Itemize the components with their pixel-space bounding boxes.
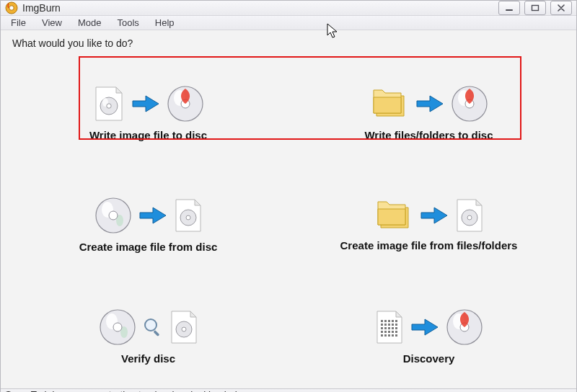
disc-icon — [94, 196, 133, 235]
svg-rect-45 — [384, 331, 387, 333]
option-discovery[interactable]: Discovery — [303, 284, 555, 388]
svg-rect-34 — [381, 324, 383, 326]
app-icon — [5, 1, 18, 14]
svg-rect-46 — [388, 331, 390, 333]
option-create-image-from-files[interactable]: Create image file from files/folders — [303, 172, 555, 277]
option-label: Create image file from files/folders — [340, 239, 518, 251]
option-label: Verify disc — [121, 352, 175, 365]
window: ImgBurn File View Mode Tools Help What w… — [0, 0, 577, 392]
option-label: Write files/folders to disc — [364, 129, 493, 141]
window-title: ImgBurn — [22, 2, 498, 14]
icon-row — [98, 308, 199, 347]
svg-point-6 — [106, 104, 110, 108]
svg-rect-31 — [388, 320, 390, 322]
svg-rect-47 — [392, 331, 394, 333]
window-controls — [498, 1, 572, 15]
svg-rect-3 — [532, 6, 539, 11]
close-button[interactable] — [550, 1, 572, 15]
arrow-right-icon — [138, 204, 167, 227]
menu-tools[interactable]: Tools — [110, 16, 146, 30]
icon-row — [94, 196, 203, 235]
disc-burn-icon — [450, 84, 489, 123]
prompt-label: What would you like to do? — [12, 37, 566, 49]
magnifier-icon — [143, 317, 163, 337]
svg-rect-41 — [388, 327, 390, 329]
option-label: Write image file to disc — [89, 129, 207, 141]
client-area: What would you like to do? — [1, 30, 576, 388]
arrow-right-icon — [131, 92, 160, 115]
arrow-right-icon — [420, 204, 449, 227]
svg-rect-37 — [392, 324, 394, 326]
option-verify-disc[interactable]: Verify disc — [22, 284, 274, 388]
option-label: Create image file from disc — [79, 241, 218, 253]
arrow-right-icon — [415, 92, 444, 115]
svg-rect-26 — [153, 330, 159, 337]
options-grid: Write image file to disc — [11, 61, 566, 388]
folders-icon — [369, 86, 410, 122]
image-file-icon — [454, 198, 485, 233]
svg-rect-52 — [392, 334, 394, 337]
statusbar-text: Sorry Ted. I was concentrating too hard … — [5, 389, 244, 392]
icon-row — [92, 84, 205, 123]
icon-row — [374, 197, 485, 233]
disc-icon — [98, 308, 137, 347]
svg-rect-29 — [381, 320, 383, 322]
svg-point-24 — [113, 323, 122, 331]
svg-rect-39 — [381, 327, 383, 329]
minimize-button[interactable] — [498, 1, 520, 15]
folders-icon — [374, 197, 414, 233]
image-file-icon — [169, 310, 199, 344]
option-label: Discovery — [403, 352, 455, 365]
svg-point-16 — [109, 211, 118, 220]
menu-mode[interactable]: Mode — [71, 16, 109, 30]
disc-burn-icon — [445, 308, 484, 347]
svg-point-25 — [145, 319, 157, 331]
svg-point-18 — [186, 215, 190, 220]
image-file-icon — [173, 198, 203, 233]
svg-rect-49 — [381, 334, 383, 337]
svg-point-1 — [9, 6, 14, 10]
menubar: File View Mode Tools Help — [1, 16, 576, 30]
svg-point-20 — [467, 215, 472, 220]
svg-rect-35 — [384, 324, 387, 326]
icon-row — [374, 308, 484, 347]
svg-rect-44 — [381, 331, 383, 333]
svg-rect-42 — [392, 327, 394, 329]
svg-rect-38 — [395, 324, 397, 326]
svg-rect-30 — [384, 320, 387, 322]
menu-help[interactable]: Help — [148, 16, 182, 30]
titlebar: ImgBurn — [1, 1, 576, 16]
option-create-image-from-disc[interactable]: Create image file from disc — [22, 172, 274, 277]
svg-rect-51 — [388, 334, 390, 337]
menu-view[interactable]: View — [35, 16, 69, 30]
option-write-image-to-disc[interactable]: Write image file to disc — [22, 61, 274, 165]
statusbar: Sorry Ted. I was concentrating too hard … — [1, 388, 576, 392]
arrow-right-icon — [410, 316, 439, 339]
svg-rect-48 — [395, 331, 397, 333]
svg-rect-40 — [384, 327, 387, 329]
svg-point-28 — [182, 327, 186, 331]
svg-rect-2 — [506, 9, 513, 11]
maximize-button[interactable] — [524, 1, 546, 15]
svg-rect-43 — [395, 327, 397, 329]
image-file-icon — [92, 86, 125, 122]
svg-rect-33 — [395, 320, 397, 322]
menu-file[interactable]: File — [4, 16, 33, 30]
disc-burn-icon — [166, 84, 205, 123]
svg-rect-53 — [395, 334, 397, 337]
svg-rect-36 — [388, 324, 390, 326]
svg-rect-32 — [392, 320, 394, 322]
icon-row — [369, 84, 489, 123]
option-write-files-to-disc[interactable]: Write files/folders to disc — [303, 61, 555, 165]
data-file-icon — [374, 310, 405, 344]
svg-rect-50 — [384, 334, 387, 337]
